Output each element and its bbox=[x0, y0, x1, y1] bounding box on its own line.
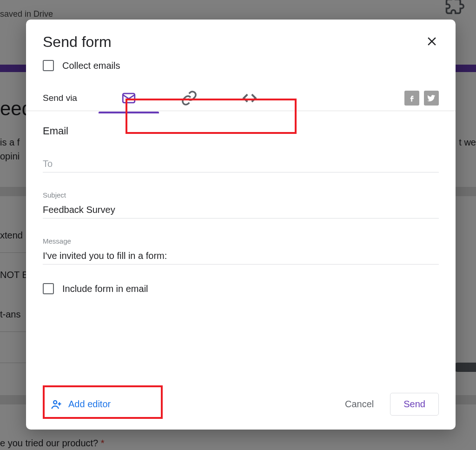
collect-emails-label: Collect emails bbox=[62, 60, 120, 71]
tab-email[interactable] bbox=[99, 83, 159, 113]
link-icon bbox=[181, 90, 197, 106]
message-input[interactable] bbox=[43, 248, 439, 265]
email-section-title: Email bbox=[43, 125, 439, 137]
tab-link[interactable] bbox=[159, 83, 219, 113]
send-form-dialog: Send form Collect emails Send via bbox=[26, 20, 456, 430]
include-form-checkbox[interactable] bbox=[43, 283, 54, 294]
facebook-icon bbox=[407, 93, 416, 103]
twitter-icon bbox=[427, 93, 436, 103]
dialog-title: Send form bbox=[43, 33, 112, 51]
send-via-label: Send via bbox=[43, 93, 99, 103]
add-editor-label: Add editor bbox=[68, 399, 111, 410]
send-button[interactable]: Send bbox=[390, 393, 439, 416]
to-input[interactable] bbox=[43, 156, 439, 172]
include-form-label: Include form in email bbox=[62, 284, 148, 294]
cancel-button[interactable]: Cancel bbox=[336, 394, 383, 414]
subject-label: Subject bbox=[43, 191, 439, 199]
add-editor-button[interactable]: Add editor bbox=[43, 394, 120, 415]
close-icon bbox=[425, 34, 439, 48]
subject-input[interactable] bbox=[43, 202, 439, 218]
message-label: Message bbox=[43, 237, 439, 245]
share-facebook[interactable] bbox=[404, 91, 419, 106]
tab-embed[interactable] bbox=[219, 83, 280, 113]
email-icon bbox=[121, 90, 137, 106]
person-add-icon bbox=[50, 398, 63, 411]
close-button[interactable] bbox=[425, 34, 439, 50]
share-twitter[interactable] bbox=[424, 91, 439, 106]
svg-point-1 bbox=[53, 400, 57, 404]
collect-emails-checkbox[interactable] bbox=[43, 60, 54, 71]
embed-icon bbox=[241, 89, 258, 107]
